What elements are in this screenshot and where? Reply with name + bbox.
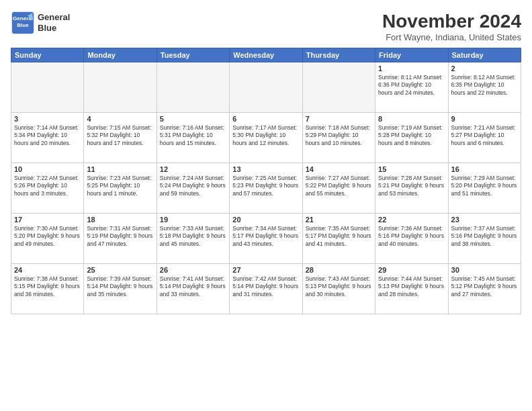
day-info: Sunrise: 7:44 AM Sunset: 5:13 PM Dayligh… xyxy=(378,275,445,298)
day-number: 9 xyxy=(451,115,518,123)
day-info: Sunrise: 8:12 AM Sunset: 6:35 PM Dayligh… xyxy=(451,74,518,97)
calendar-cell: 4Sunrise: 7:15 AM Sunset: 5:32 PM Daylig… xyxy=(84,113,157,163)
week-row-1: 1Sunrise: 8:11 AM Sunset: 6:36 PM Daylig… xyxy=(11,62,521,113)
weekday-friday: Friday xyxy=(375,48,448,62)
calendar-cell: 6Sunrise: 7:17 AM Sunset: 5:30 PM Daylig… xyxy=(230,113,302,163)
day-info: Sunrise: 7:39 AM Sunset: 5:14 PM Dayligh… xyxy=(87,275,153,298)
day-info: Sunrise: 7:14 AM Sunset: 5:34 PM Dayligh… xyxy=(14,124,81,147)
calendar-cell: 23Sunrise: 7:37 AM Sunset: 5:16 PM Dayli… xyxy=(448,214,521,264)
day-info: Sunrise: 7:38 AM Sunset: 5:15 PM Dayligh… xyxy=(14,275,81,298)
calendar-body: 1Sunrise: 8:11 AM Sunset: 6:36 PM Daylig… xyxy=(11,62,521,314)
day-info: Sunrise: 7:43 AM Sunset: 5:13 PM Dayligh… xyxy=(306,275,372,298)
day-info: Sunrise: 7:25 AM Sunset: 5:23 PM Dayligh… xyxy=(232,175,299,197)
calendar-cell: 28Sunrise: 7:43 AM Sunset: 5:13 PM Dayli… xyxy=(302,264,375,314)
header: General Blue General Blue November 2024 … xyxy=(11,11,521,42)
calendar-cell: 15Sunrise: 7:28 AM Sunset: 5:21 PM Dayli… xyxy=(375,163,448,214)
day-info: Sunrise: 7:37 AM Sunset: 5:16 PM Dayligh… xyxy=(451,225,518,248)
day-number: 30 xyxy=(451,266,518,274)
calendar-cell: 12Sunrise: 7:24 AM Sunset: 5:24 PM Dayli… xyxy=(157,163,229,214)
day-number: 3 xyxy=(14,115,81,123)
week-row-2: 3Sunrise: 7:14 AM Sunset: 5:34 PM Daylig… xyxy=(11,113,521,163)
calendar-cell: 7Sunrise: 7:18 AM Sunset: 5:29 PM Daylig… xyxy=(302,113,375,163)
day-number: 5 xyxy=(160,115,226,123)
day-info: Sunrise: 7:42 AM Sunset: 5:14 PM Dayligh… xyxy=(232,275,299,298)
day-number: 12 xyxy=(160,165,226,173)
calendar-cell: 27Sunrise: 7:42 AM Sunset: 5:14 PM Dayli… xyxy=(230,264,302,314)
day-info: Sunrise: 7:24 AM Sunset: 5:24 PM Dayligh… xyxy=(160,175,226,197)
logo: General Blue General Blue xyxy=(11,11,70,35)
weekday-saturday: Saturday xyxy=(448,48,521,62)
day-number: 21 xyxy=(306,216,372,224)
calendar-cell xyxy=(84,62,157,113)
calendar-cell: 2Sunrise: 8:12 AM Sunset: 6:35 PM Daylig… xyxy=(448,62,521,113)
day-info: Sunrise: 7:23 AM Sunset: 5:25 PM Dayligh… xyxy=(87,175,153,197)
calendar-cell: 24Sunrise: 7:38 AM Sunset: 5:15 PM Dayli… xyxy=(11,264,84,314)
day-number: 14 xyxy=(306,165,372,173)
day-info: Sunrise: 7:41 AM Sunset: 5:14 PM Dayligh… xyxy=(160,275,226,298)
calendar-cell: 14Sunrise: 7:27 AM Sunset: 5:22 PM Dayli… xyxy=(302,163,375,214)
calendar-cell: 11Sunrise: 7:23 AM Sunset: 5:25 PM Dayli… xyxy=(84,163,157,214)
week-row-3: 10Sunrise: 7:22 AM Sunset: 5:26 PM Dayli… xyxy=(11,163,521,214)
calendar-cell: 10Sunrise: 7:22 AM Sunset: 5:26 PM Dayli… xyxy=(11,163,84,214)
day-number: 27 xyxy=(232,266,299,274)
day-number: 28 xyxy=(306,266,372,274)
calendar-cell: 3Sunrise: 7:14 AM Sunset: 5:34 PM Daylig… xyxy=(11,113,84,163)
logo-text: General Blue xyxy=(38,12,70,33)
calendar-cell: 26Sunrise: 7:41 AM Sunset: 5:14 PM Dayli… xyxy=(157,264,229,314)
calendar-cell xyxy=(302,62,375,113)
svg-text:Blue: Blue xyxy=(17,22,29,28)
day-info: Sunrise: 8:11 AM Sunset: 6:36 PM Dayligh… xyxy=(378,74,445,97)
day-number: 10 xyxy=(14,165,81,173)
day-number: 22 xyxy=(378,216,445,224)
day-number: 18 xyxy=(87,216,153,224)
week-row-4: 17Sunrise: 7:30 AM Sunset: 5:20 PM Dayli… xyxy=(11,214,521,264)
day-info: Sunrise: 7:16 AM Sunset: 5:31 PM Dayligh… xyxy=(160,124,226,147)
day-number: 24 xyxy=(14,266,81,274)
calendar-cell: 22Sunrise: 7:36 AM Sunset: 5:16 PM Dayli… xyxy=(375,214,448,264)
weekday-sunday: Sunday xyxy=(11,48,84,62)
day-info: Sunrise: 7:30 AM Sunset: 5:20 PM Dayligh… xyxy=(14,225,81,248)
day-number: 4 xyxy=(87,115,153,123)
day-number: 6 xyxy=(232,115,299,123)
calendar-cell: 20Sunrise: 7:34 AM Sunset: 5:17 PM Dayli… xyxy=(230,214,302,264)
day-info: Sunrise: 7:33 AM Sunset: 5:18 PM Dayligh… xyxy=(160,225,226,248)
calendar-cell: 29Sunrise: 7:44 AM Sunset: 5:13 PM Dayli… xyxy=(375,264,448,314)
day-info: Sunrise: 7:35 AM Sunset: 5:17 PM Dayligh… xyxy=(306,225,372,248)
day-info: Sunrise: 7:36 AM Sunset: 5:16 PM Dayligh… xyxy=(378,225,445,248)
day-number: 15 xyxy=(378,165,445,173)
calendar-cell xyxy=(157,62,229,113)
calendar-cell: 16Sunrise: 7:29 AM Sunset: 5:20 PM Dayli… xyxy=(448,163,521,214)
weekday-thursday: Thursday xyxy=(302,48,375,62)
weekday-monday: Monday xyxy=(84,48,157,62)
calendar-cell: 13Sunrise: 7:25 AM Sunset: 5:23 PM Dayli… xyxy=(230,163,302,214)
calendar: SundayMondayTuesdayWednesdayThursdayFrid… xyxy=(11,48,521,314)
day-info: Sunrise: 7:34 AM Sunset: 5:17 PM Dayligh… xyxy=(232,225,299,248)
calendar-cell xyxy=(230,62,302,113)
day-number: 13 xyxy=(232,165,299,173)
weekday-wednesday: Wednesday xyxy=(230,48,302,62)
calendar-cell: 19Sunrise: 7:33 AM Sunset: 5:18 PM Dayli… xyxy=(157,214,229,264)
calendar-cell: 17Sunrise: 7:30 AM Sunset: 5:20 PM Dayli… xyxy=(11,214,84,264)
day-number: 25 xyxy=(87,266,153,274)
calendar-cell: 18Sunrise: 7:31 AM Sunset: 5:19 PM Dayli… xyxy=(84,214,157,264)
day-info: Sunrise: 7:22 AM Sunset: 5:26 PM Dayligh… xyxy=(14,175,81,197)
logo-icon: General Blue xyxy=(11,11,35,35)
day-info: Sunrise: 7:19 AM Sunset: 5:28 PM Dayligh… xyxy=(378,124,445,147)
weekday-header: SundayMondayTuesdayWednesdayThursdayFrid… xyxy=(11,48,521,62)
calendar-cell: 21Sunrise: 7:35 AM Sunset: 5:17 PM Dayli… xyxy=(302,214,375,264)
title-block: November 2024 Fort Wayne, Indiana, Unite… xyxy=(382,11,521,42)
calendar-cell: 8Sunrise: 7:19 AM Sunset: 5:28 PM Daylig… xyxy=(375,113,448,163)
month-title: November 2024 xyxy=(382,11,521,32)
day-number: 16 xyxy=(451,165,518,173)
day-info: Sunrise: 7:17 AM Sunset: 5:30 PM Dayligh… xyxy=(232,124,299,147)
day-number: 29 xyxy=(378,266,445,274)
day-number: 1 xyxy=(378,64,445,73)
day-info: Sunrise: 7:15 AM Sunset: 5:32 PM Dayligh… xyxy=(87,124,153,147)
day-number: 2 xyxy=(451,64,518,73)
day-info: Sunrise: 7:21 AM Sunset: 5:27 PM Dayligh… xyxy=(451,124,518,147)
day-number: 26 xyxy=(160,266,226,274)
day-number: 17 xyxy=(14,216,81,224)
weekday-tuesday: Tuesday xyxy=(157,48,229,62)
day-info: Sunrise: 7:18 AM Sunset: 5:29 PM Dayligh… xyxy=(306,124,372,147)
day-info: Sunrise: 7:27 AM Sunset: 5:22 PM Dayligh… xyxy=(306,175,372,197)
